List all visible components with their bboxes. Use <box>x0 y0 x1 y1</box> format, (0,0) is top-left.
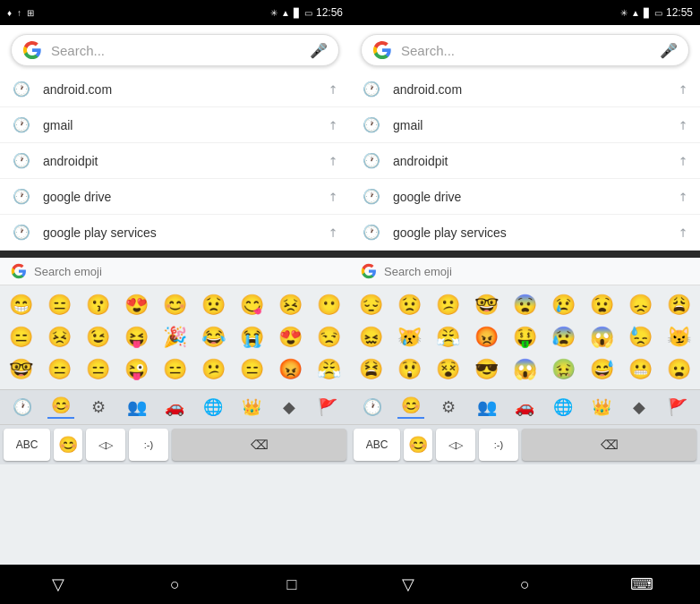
category-objects[interactable]: 🌐 <box>200 397 226 417</box>
emoji-cell[interactable]: 😱 <box>506 353 544 386</box>
back-button-right[interactable]: ▽ <box>386 574 431 594</box>
emoji-cell[interactable]: 🤓 <box>2 353 40 386</box>
category-shapes-right[interactable]: ◆ <box>626 397 653 417</box>
smiley-button-right[interactable]: :-) <box>479 429 518 461</box>
emoji-cell[interactable]: 😂 <box>194 321 233 353</box>
emoji-cell[interactable]: 😕 <box>429 289 467 321</box>
emoji-cell[interactable]: 😑 <box>40 353 79 386</box>
emoji-cell[interactable]: 😑 <box>156 353 194 386</box>
emoji-cell[interactable]: 😤 <box>310 353 348 386</box>
search-bar-left[interactable]: 🎤 <box>11 34 339 66</box>
emoji-cell[interactable]: 😊 <box>156 289 194 321</box>
emoji-cell[interactable]: 😣 <box>271 289 310 321</box>
home-button-left[interactable]: ○ <box>152 575 197 594</box>
category-people[interactable]: 👥 <box>124 397 150 417</box>
emoji-search-input-right[interactable] <box>384 265 689 278</box>
suggestion-item[interactable]: 🕐 google play services ↗ <box>0 215 350 251</box>
back-button-left[interactable]: ▽ <box>36 574 81 594</box>
emoji-cell[interactable]: 😅 <box>583 353 621 386</box>
emoji-cell[interactable]: 😟 <box>390 289 429 321</box>
suggestion-item[interactable]: 🕐 google drive ↗ <box>350 179 700 215</box>
home-button-right[interactable]: ○ <box>502 575 547 594</box>
category-crowns-right[interactable]: 👑 <box>588 397 615 417</box>
emoji-cell[interactable]: 😧 <box>583 289 621 321</box>
emoji-cell[interactable]: 😑 <box>2 321 40 353</box>
category-travel[interactable]: 🚗 <box>161 397 188 417</box>
emoji-cell[interactable]: 🎉 <box>156 321 194 353</box>
emoji-cell[interactable]: 😣 <box>40 321 79 353</box>
category-travel-right[interactable]: 🚗 <box>511 397 538 417</box>
emoji-cell[interactable]: 😑 <box>40 289 79 321</box>
mic-icon-left[interactable]: 🎤 <box>310 42 328 59</box>
emoji-button-left[interactable]: 😊 <box>54 429 82 461</box>
emoji-cell[interactable]: 😰 <box>544 321 583 353</box>
emoji-cell[interactable]: 😫 <box>352 353 390 386</box>
emoji-cell[interactable]: 😲 <box>390 353 429 386</box>
emoji-cell[interactable]: 😿 <box>390 321 429 353</box>
emoji-cell[interactable]: 😢 <box>544 289 583 321</box>
recent-button-right[interactable]: ⌨ <box>619 574 664 594</box>
emoji-cell[interactable]: 😒 <box>310 321 348 353</box>
emoji-cell[interactable]: 🤓 <box>467 289 506 321</box>
emoji-cell[interactable]: 😨 <box>506 289 544 321</box>
suggestion-item[interactable]: 🕐 androidpit ↗ <box>0 143 350 179</box>
suggestion-item[interactable]: 🕐 android.com ↗ <box>0 72 350 107</box>
category-symbols-right[interactable]: ⚙ <box>435 397 462 417</box>
recent-button-left[interactable]: □ <box>269 575 314 594</box>
emoji-cell[interactable]: 😞 <box>621 289 660 321</box>
emoji-cell[interactable]: 😎 <box>467 353 506 386</box>
suggestion-item[interactable]: 🕐 android.com ↗ <box>350 72 700 107</box>
emoji-cell[interactable]: 😕 <box>194 353 233 386</box>
search-bar-right[interactable]: 🎤 <box>361 34 689 66</box>
emoji-cell[interactable]: 😍 <box>117 289 156 321</box>
emoji-cell[interactable]: 😗 <box>79 289 117 321</box>
suggestion-item[interactable]: 🕐 gmail ↗ <box>0 107 350 143</box>
category-flags[interactable]: 🚩 <box>314 397 341 417</box>
emoji-cell[interactable]: 😝 <box>117 321 156 353</box>
abc-button-right[interactable]: ABC <box>354 429 400 461</box>
predict-button-right[interactable]: ◁▷ <box>436 429 475 461</box>
emoji-button-right[interactable]: 😊 <box>404 429 432 461</box>
emoji-cell[interactable]: 😦 <box>660 353 698 386</box>
predict-button-left[interactable]: ◁▷ <box>86 429 125 461</box>
category-flags-right[interactable]: 🚩 <box>664 397 691 417</box>
emoji-cell[interactable]: 😶 <box>310 289 348 321</box>
category-recent-right[interactable]: 🕐 <box>359 397 386 417</box>
search-input-left[interactable] <box>51 43 301 58</box>
category-symbols[interactable]: ⚙ <box>85 397 112 417</box>
emoji-cell[interactable]: 😍 <box>271 321 310 353</box>
emoji-cell[interactable]: 🤢 <box>544 353 583 386</box>
emoji-cell[interactable]: 😉 <box>79 321 117 353</box>
emoji-cell[interactable]: 😖 <box>352 321 390 353</box>
suggestion-item[interactable]: 🕐 gmail ↗ <box>350 107 700 143</box>
emoji-cell[interactable]: 😡 <box>271 353 310 386</box>
emoji-cell[interactable]: 😁 <box>2 289 40 321</box>
search-input-right[interactable] <box>401 43 651 58</box>
emoji-cell[interactable]: 😔 <box>352 289 390 321</box>
smiley-button-left[interactable]: :-) <box>129 429 168 461</box>
emoji-cell[interactable]: 😜 <box>117 353 156 386</box>
emoji-cell[interactable]: 😤 <box>429 321 467 353</box>
emoji-cell[interactable]: 😱 <box>583 321 621 353</box>
emoji-cell[interactable]: 😼 <box>660 321 698 353</box>
suggestion-item[interactable]: 🕐 androidpit ↗ <box>350 143 700 179</box>
delete-button-left[interactable]: ⌫ <box>172 429 346 461</box>
category-crowns[interactable]: 👑 <box>238 397 265 417</box>
suggestion-item[interactable]: 🕐 google drive ↗ <box>0 179 350 215</box>
suggestion-item[interactable]: 🕐 google play services ↗ <box>350 215 700 251</box>
emoji-cell[interactable]: 😓 <box>621 321 660 353</box>
emoji-cell[interactable]: 😑 <box>79 353 117 386</box>
emoji-cell[interactable]: 😭 <box>233 321 271 353</box>
category-shapes[interactable]: ◆ <box>276 397 303 417</box>
emoji-cell[interactable]: 😟 <box>194 289 233 321</box>
category-smiley[interactable]: 😊 <box>47 396 74 419</box>
emoji-cell[interactable]: 😋 <box>233 289 271 321</box>
emoji-cell[interactable]: 😬 <box>621 353 660 386</box>
category-objects-right[interactable]: 🌐 <box>550 397 576 417</box>
delete-button-right[interactable]: ⌫ <box>522 429 696 461</box>
category-people-right[interactable]: 👥 <box>474 397 500 417</box>
emoji-cell[interactable]: 😵 <box>429 353 467 386</box>
category-recent[interactable]: 🕐 <box>9 397 36 417</box>
abc-button-left[interactable]: ABC <box>4 429 50 461</box>
emoji-cell[interactable]: 😩 <box>660 289 698 321</box>
